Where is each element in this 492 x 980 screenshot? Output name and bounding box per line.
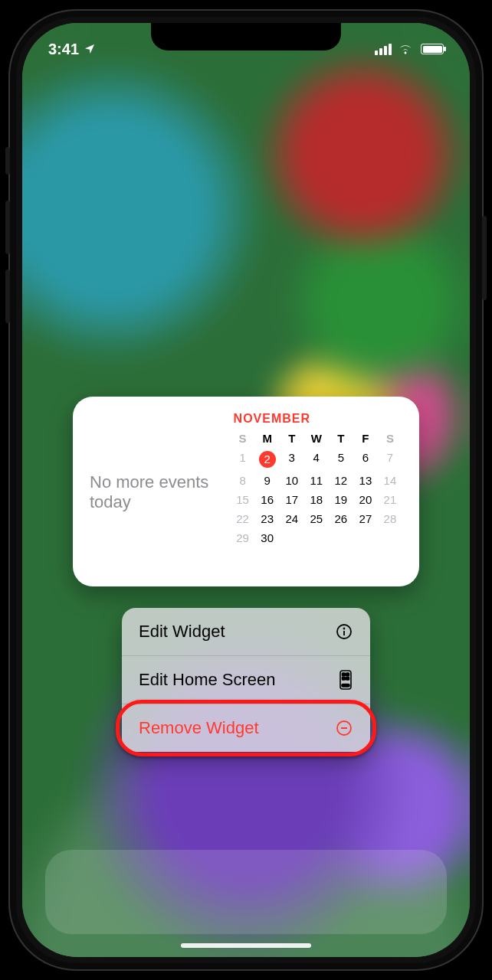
svg-rect-3 <box>343 673 346 676</box>
calendar-day: 19 <box>329 490 353 509</box>
dow-header: M <box>255 430 280 448</box>
calendar-day: 1 <box>231 448 255 471</box>
phone-frame: 3:41 No more events today NOVEMBER SMTWT… <box>8 9 484 971</box>
menu-item-label: Remove Widget <box>139 718 259 738</box>
calendar-day: 5 <box>329 448 353 471</box>
events-summary: No more events today <box>90 472 231 513</box>
calendar-day: 9 <box>255 471 280 490</box>
calendar-day: 27 <box>353 509 378 528</box>
location-icon <box>84 43 96 55</box>
calendar-day: 12 <box>329 471 353 490</box>
calendar-day: 6 <box>353 448 378 471</box>
calendar-day: 13 <box>353 471 378 490</box>
dock <box>45 850 447 934</box>
calendar-day: 16 <box>255 490 280 509</box>
dow-header: W <box>304 430 329 448</box>
svg-point-1 <box>344 629 345 629</box>
menu-item-label: Edit Widget <box>139 622 225 642</box>
home-indicator[interactable] <box>181 943 311 948</box>
dow-header: S <box>231 430 255 448</box>
dow-header: T <box>329 430 353 448</box>
menu-item-edit-widget[interactable]: Edit Widget <box>122 608 370 656</box>
svg-rect-5 <box>343 677 346 680</box>
calendar-day: 23 <box>255 509 280 528</box>
calendar-widget[interactable]: No more events today NOVEMBER SMTWTFS123… <box>73 397 419 586</box>
svg-rect-6 <box>346 677 349 680</box>
calendar-day: 29 <box>231 528 255 547</box>
menu-item-remove-widget[interactable]: Remove Widget <box>122 704 370 752</box>
calendar-day: 15 <box>231 490 255 509</box>
calendar-day: 28 <box>378 509 402 528</box>
calendar-day: 21 <box>378 490 402 509</box>
info-circle-icon <box>335 622 353 641</box>
month-label: NOVEMBER <box>231 412 402 426</box>
volume-up-button[interactable] <box>5 201 10 254</box>
dow-header: S <box>378 430 402 448</box>
calendar-grid: SMTWTFS123456789101112131415161718192021… <box>231 430 402 547</box>
volume-down-button[interactable] <box>5 270 10 323</box>
calendar-day: 25 <box>304 509 329 528</box>
svg-rect-7 <box>342 684 349 688</box>
dow-header: T <box>280 430 304 448</box>
widget-context-menu: Edit WidgetEdit Home ScreenRemove Widget <box>122 608 370 752</box>
notch <box>151 23 341 51</box>
calendar-day: 10 <box>280 471 304 490</box>
calendar-day: 14 <box>378 471 402 490</box>
calendar-day: 20 <box>353 490 378 509</box>
menu-item-edit-home-screen[interactable]: Edit Home Screen <box>122 656 370 704</box>
svg-rect-4 <box>346 673 349 676</box>
calendar-day: 3 <box>280 448 304 471</box>
calendar-day: 11 <box>304 471 329 490</box>
screen: 3:41 No more events today NOVEMBER SMTWT… <box>22 23 470 957</box>
homescreen-icon <box>338 670 353 690</box>
calendar-day-today: 2 <box>255 448 280 471</box>
calendar-day: 7 <box>378 448 402 471</box>
dow-header: F <box>353 430 378 448</box>
wifi-icon <box>398 41 413 58</box>
calendar-day: 4 <box>304 448 329 471</box>
calendar-day: 8 <box>231 471 255 490</box>
cellular-signal-icon <box>375 44 392 55</box>
calendar-day: 24 <box>280 509 304 528</box>
calendar-day: 22 <box>231 509 255 528</box>
calendar-day: 18 <box>304 490 329 509</box>
battery-icon <box>421 44 444 54</box>
menu-item-label: Edit Home Screen <box>139 670 276 690</box>
calendar-day: 17 <box>280 490 304 509</box>
power-button[interactable] <box>482 216 487 300</box>
calendar-day: 30 <box>255 528 280 547</box>
minus-circle-icon <box>335 719 353 737</box>
status-time: 3:41 <box>48 41 79 58</box>
calendar-day: 26 <box>329 509 353 528</box>
silence-switch[interactable] <box>5 147 10 175</box>
